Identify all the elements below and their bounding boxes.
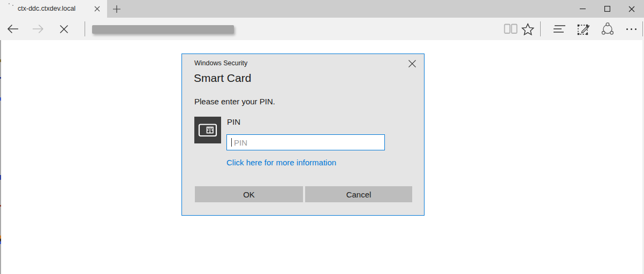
- page-content: Windows Security Smart Card Please enter…: [0, 40, 644, 274]
- back-button[interactable]: [2, 18, 24, 40]
- text-caret: [231, 138, 232, 147]
- web-note-icon: [577, 22, 590, 36]
- tab-close-icon[interactable]: [91, 3, 103, 14]
- dialog-title: Smart Card: [194, 72, 251, 85]
- toolbar-divider: [540, 21, 541, 36]
- tab-ctx-ddc[interactable]: ctx-ddc.ctxdev.local: [0, 0, 107, 18]
- background-window-sliver: [0, 40, 1, 274]
- dialog-caption: Windows Security: [194, 59, 247, 67]
- hub-button[interactable]: [549, 18, 570, 40]
- favorites-star-icon: [521, 23, 534, 35]
- pin-input[interactable]: [226, 134, 385, 150]
- more-information-link[interactable]: Click here for more information: [226, 158, 336, 167]
- address-bar-redacted[interactable]: [92, 25, 234, 34]
- close-button[interactable]: [619, 0, 644, 18]
- maximize-icon: [604, 6, 610, 12]
- hub-icon: [553, 25, 566, 33]
- window-controls: [570, 0, 644, 18]
- cancel-button[interactable]: Cancel: [305, 186, 412, 202]
- plus-icon: [112, 5, 121, 13]
- share-icon: [601, 22, 615, 35]
- more-button[interactable]: [620, 18, 642, 40]
- maximize-button[interactable]: [595, 0, 619, 18]
- stop-button[interactable]: [53, 18, 74, 40]
- pin-field-wrapper: [226, 134, 385, 150]
- tab-loading-dots-icon: [8, 3, 14, 7]
- browser-window: ctx-ddc.ctxdev.local: [0, 0, 644, 274]
- window-edge-divider: [642, 21, 643, 36]
- web-note-button[interactable]: [573, 18, 594, 40]
- minimize-icon: [580, 6, 586, 12]
- reading-view-icon: [504, 24, 518, 34]
- favorites-button[interactable]: [517, 18, 539, 40]
- back-icon: [7, 24, 19, 34]
- dialog-close-button[interactable]: [407, 58, 418, 69]
- share-button[interactable]: [597, 18, 618, 40]
- more-icon: [626, 28, 637, 30]
- window-close-icon: [628, 6, 635, 12]
- screenshot-root: { "tab_bar": { "tabs": [ { "title": "ctx…: [0, 0, 644, 274]
- toolbar-divider: [85, 21, 85, 36]
- tab-bar: ctx-ddc.ctxdev.local: [0, 0, 644, 18]
- forward-icon: [32, 24, 44, 34]
- pin-label: PIN: [227, 117, 240, 126]
- forward-button[interactable]: [27, 18, 49, 40]
- smart-card-icon: [194, 117, 221, 143]
- stop-icon: [59, 25, 69, 34]
- windows-security-dialog: Windows Security Smart Card Please enter…: [181, 54, 425, 216]
- new-tab-button[interactable]: [110, 2, 124, 16]
- dialog-message: Please enter your PIN.: [194, 97, 275, 106]
- dialog-close-icon: [408, 59, 416, 68]
- tab-title: ctx-ddc.ctxdev.local: [18, 5, 75, 12]
- ok-button[interactable]: OK: [195, 186, 303, 202]
- toolbar: [0, 18, 644, 40]
- minimize-button[interactable]: [570, 0, 595, 18]
